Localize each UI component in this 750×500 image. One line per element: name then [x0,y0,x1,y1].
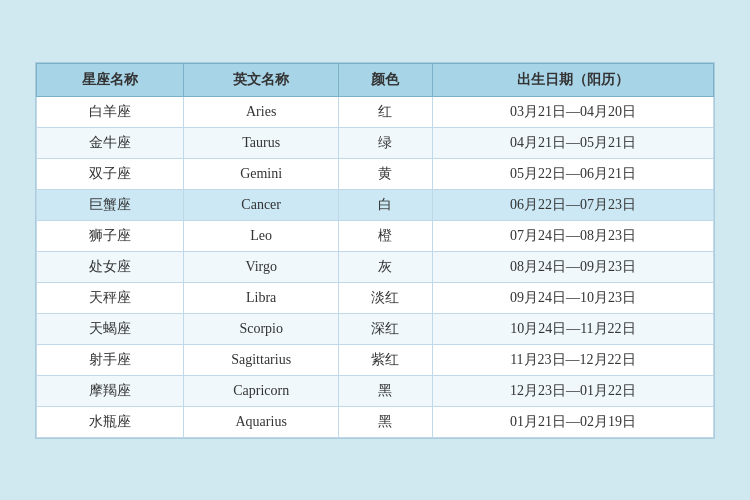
cell-color: 黄 [339,158,433,189]
cell-dates: 06月22日—07月23日 [432,189,713,220]
cell-color: 灰 [339,251,433,282]
cell-dates: 12月23日—01月22日 [432,375,713,406]
table-row: 白羊座Aries红03月21日—04月20日 [37,96,714,127]
table-row: 双子座Gemini黄05月22日—06月21日 [37,158,714,189]
cell-chinese-name: 金牛座 [37,127,184,158]
table-row: 射手座Sagittarius紫红11月23日—12月22日 [37,344,714,375]
cell-color: 橙 [339,220,433,251]
table-row: 狮子座Leo橙07月24日—08月23日 [37,220,714,251]
table-row: 天蝎座Scorpio深红10月24日—11月22日 [37,313,714,344]
cell-dates: 05月22日—06月21日 [432,158,713,189]
table-header-row: 星座名称 英文名称 颜色 出生日期（阳历） [37,63,714,96]
table-row: 摩羯座Capricorn黑12月23日—01月22日 [37,375,714,406]
cell-english-name: Taurus [184,127,339,158]
header-english-name: 英文名称 [184,63,339,96]
cell-english-name: Libra [184,282,339,313]
cell-color: 淡红 [339,282,433,313]
cell-dates: 09月24日—10月23日 [432,282,713,313]
cell-english-name: Sagittarius [184,344,339,375]
cell-chinese-name: 水瓶座 [37,406,184,437]
zodiac-table: 星座名称 英文名称 颜色 出生日期（阳历） 白羊座Aries红03月21日—04… [36,63,714,438]
cell-dates: 10月24日—11月22日 [432,313,713,344]
cell-chinese-name: 天蝎座 [37,313,184,344]
cell-english-name: Leo [184,220,339,251]
cell-dates: 01月21日—02月19日 [432,406,713,437]
cell-color: 红 [339,96,433,127]
cell-color: 黑 [339,406,433,437]
cell-color: 白 [339,189,433,220]
cell-chinese-name: 白羊座 [37,96,184,127]
cell-color: 黑 [339,375,433,406]
table-row: 处女座Virgo灰08月24日—09月23日 [37,251,714,282]
cell-english-name: Capricorn [184,375,339,406]
cell-dates: 07月24日—08月23日 [432,220,713,251]
table-row: 金牛座Taurus绿04月21日—05月21日 [37,127,714,158]
cell-dates: 11月23日—12月22日 [432,344,713,375]
cell-english-name: Aquarius [184,406,339,437]
header-chinese-name: 星座名称 [37,63,184,96]
cell-dates: 03月21日—04月20日 [432,96,713,127]
cell-english-name: Gemini [184,158,339,189]
cell-chinese-name: 射手座 [37,344,184,375]
cell-dates: 04月21日—05月21日 [432,127,713,158]
table-row: 水瓶座Aquarius黑01月21日—02月19日 [37,406,714,437]
zodiac-table-container: 星座名称 英文名称 颜色 出生日期（阳历） 白羊座Aries红03月21日—04… [35,62,715,439]
cell-chinese-name: 狮子座 [37,220,184,251]
cell-chinese-name: 天秤座 [37,282,184,313]
cell-chinese-name: 摩羯座 [37,375,184,406]
cell-english-name: Cancer [184,189,339,220]
header-color: 颜色 [339,63,433,96]
cell-english-name: Scorpio [184,313,339,344]
cell-chinese-name: 巨蟹座 [37,189,184,220]
header-birth-date: 出生日期（阳历） [432,63,713,96]
table-body: 白羊座Aries红03月21日—04月20日金牛座Taurus绿04月21日—0… [37,96,714,437]
table-row: 巨蟹座Cancer白06月22日—07月23日 [37,189,714,220]
cell-chinese-name: 处女座 [37,251,184,282]
table-row: 天秤座Libra淡红09月24日—10月23日 [37,282,714,313]
cell-color: 绿 [339,127,433,158]
cell-chinese-name: 双子座 [37,158,184,189]
cell-color: 紫红 [339,344,433,375]
cell-english-name: Virgo [184,251,339,282]
cell-english-name: Aries [184,96,339,127]
cell-color: 深红 [339,313,433,344]
cell-dates: 08月24日—09月23日 [432,251,713,282]
